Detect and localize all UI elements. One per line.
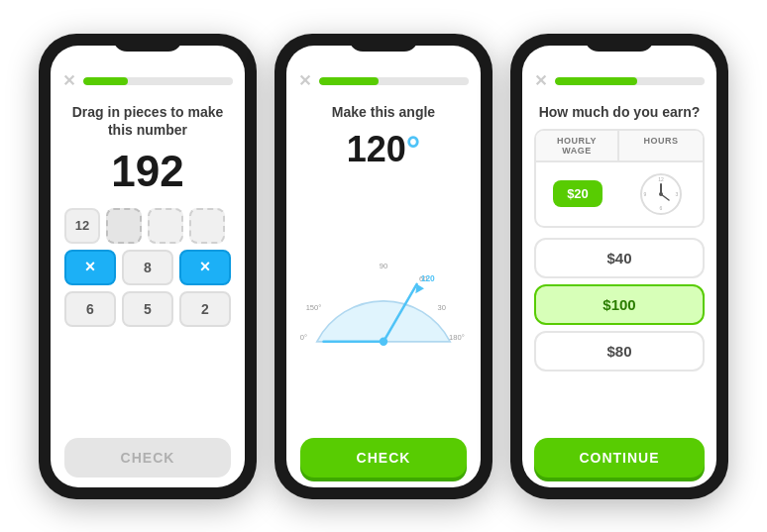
svg-text:12: 12 bbox=[658, 176, 664, 182]
tile-empty-2 bbox=[148, 208, 183, 244]
key-multiply-2[interactable]: × bbox=[179, 250, 231, 285]
angle-display: 120° bbox=[300, 129, 467, 170]
phone-3-header: ✕ bbox=[522, 46, 716, 95]
key-5[interactable]: 5 bbox=[122, 291, 173, 327]
key-8[interactable]: 8 bbox=[122, 250, 173, 285]
svg-text:6: 6 bbox=[660, 205, 663, 211]
phone-1: ✕ Drag in pieces to make this number 192… bbox=[39, 34, 257, 499]
progress-bar-bg-1 bbox=[83, 77, 233, 85]
phone-3-content: How much do you earn? HOURLY WAGE HOURS … bbox=[522, 95, 716, 487]
key-multiply-1[interactable]: × bbox=[64, 250, 116, 285]
phone-3-screen: ✕ How much do you earn? HOURLY WAGE HOUR… bbox=[522, 46, 716, 487]
key-2[interactable]: 2 bbox=[179, 291, 231, 327]
svg-text:0°: 0° bbox=[300, 333, 307, 342]
close-icon-2[interactable]: ✕ bbox=[298, 73, 311, 89]
tile-12[interactable]: 12 bbox=[64, 208, 100, 244]
svg-point-9 bbox=[380, 337, 387, 345]
angle-value: 120 bbox=[347, 129, 406, 169]
hours-cell: 12 3 6 9 bbox=[619, 162, 703, 226]
check-button-2[interactable]: CHECK bbox=[300, 438, 467, 478]
money-pill: $20 bbox=[553, 180, 603, 207]
question-title-1: Drag in pieces to make this number bbox=[64, 103, 231, 139]
progress-bar-fill-1 bbox=[83, 77, 128, 85]
svg-text:180°: 180° bbox=[449, 333, 465, 342]
progress-bar-fill-3 bbox=[555, 77, 637, 85]
answer-100[interactable]: $100 bbox=[534, 284, 705, 325]
key-6[interactable]: 6 bbox=[64, 291, 116, 327]
clock-svg: 12 3 6 9 bbox=[639, 172, 683, 216]
svg-text:30: 30 bbox=[438, 302, 446, 311]
notch-3 bbox=[585, 34, 654, 52]
close-icon-1[interactable]: ✕ bbox=[62, 73, 75, 89]
hours-header-label: HOURS bbox=[619, 131, 703, 162]
wage-cell: $20 bbox=[536, 162, 619, 226]
phone-2-content: Make this angle 120° 90 60 30 150° 0° bbox=[286, 95, 481, 487]
phone-2: ✕ Make this angle 120° 90 6 bbox=[274, 34, 493, 499]
progress-bar-fill-2 bbox=[319, 77, 379, 85]
progress-bar-bg-3 bbox=[555, 77, 705, 85]
phone-2-screen: ✕ Make this angle 120° 90 6 bbox=[286, 46, 481, 487]
wage-table: HOURLY WAGE HOURS $20 12 3 6 9 bbox=[534, 129, 705, 228]
phone-1-content: Drag in pieces to make this number 192 1… bbox=[51, 95, 245, 487]
svg-text:9: 9 bbox=[644, 191, 647, 197]
svg-point-18 bbox=[659, 192, 663, 196]
svg-text:3: 3 bbox=[676, 191, 679, 197]
question-title-3: How much do you earn? bbox=[534, 103, 705, 121]
continue-button[interactable]: CONTINUE bbox=[534, 438, 705, 478]
check-button-1[interactable]: CHECK bbox=[64, 438, 231, 478]
answer-80[interactable]: $80 bbox=[534, 331, 705, 372]
wage-header-label: HOURLY WAGE bbox=[536, 131, 619, 162]
notch-2 bbox=[349, 34, 418, 52]
angle-symbol: ° bbox=[406, 129, 420, 169]
protractor-svg: 90 60 30 150° 0° 180° bbox=[300, 250, 467, 359]
phones-container: ✕ Drag in pieces to make this number 192… bbox=[19, 14, 748, 519]
tiles-row: 12 bbox=[64, 208, 231, 244]
phone-1-screen: ✕ Drag in pieces to make this number 192… bbox=[51, 46, 245, 487]
notch-1 bbox=[113, 34, 182, 52]
svg-text:90: 90 bbox=[380, 261, 387, 269]
tile-empty-1 bbox=[106, 208, 142, 244]
svg-text:120: 120 bbox=[421, 273, 435, 283]
phone-2-header: ✕ bbox=[286, 46, 481, 95]
phone-1-header: ✕ bbox=[51, 46, 245, 95]
phone-3: ✕ How much do you earn? HOURLY WAGE HOUR… bbox=[510, 34, 728, 499]
close-icon-3[interactable]: ✕ bbox=[534, 73, 547, 89]
answer-40[interactable]: $40 bbox=[534, 238, 705, 278]
svg-text:150°: 150° bbox=[306, 302, 322, 311]
keypad: × 8 × 6 5 2 bbox=[64, 250, 231, 327]
question-title-2: Make this angle bbox=[300, 103, 467, 121]
target-number: 192 bbox=[64, 147, 231, 196]
protractor-area: 90 60 30 150° 0° 180° bbox=[300, 174, 467, 434]
tile-empty-3 bbox=[189, 208, 225, 244]
progress-bar-bg-2 bbox=[319, 77, 469, 85]
answer-options: $40 $100 $80 bbox=[534, 238, 705, 428]
